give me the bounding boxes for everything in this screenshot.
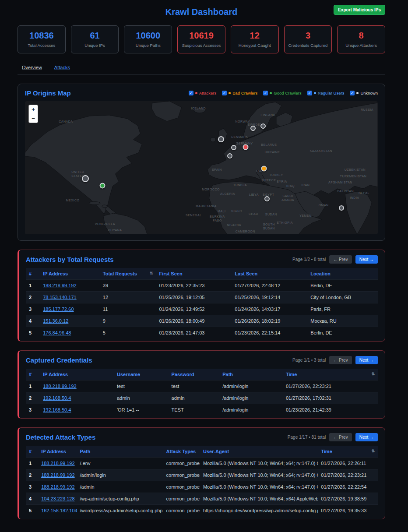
cell: 01/24/2026, 13:49:52 xyxy=(156,303,232,315)
map-marker-unknown[interactable] xyxy=(218,136,224,142)
cell: 01/23/2026, 21:42:39 xyxy=(283,404,378,416)
cell: 01/27/2026, 22:48:12 xyxy=(232,280,307,292)
prev-page-button[interactable]: ← Prev xyxy=(329,356,352,364)
cell: City of London, GB xyxy=(307,292,378,303)
ip-link[interactable]: 162.158.182.104 xyxy=(41,508,77,513)
ip-link[interactable]: 192.168.50.4 xyxy=(43,395,71,401)
stat-card: 10619Suspicious Accesses xyxy=(177,25,225,53)
stat-card: 61Unique IPs xyxy=(71,25,119,53)
ip-link[interactable]: 188.218.99.192 xyxy=(43,384,76,389)
legend-item: ✓Regular Users xyxy=(307,91,345,95)
stat-label: Unique Paths xyxy=(126,43,170,48)
column-header: IP Address xyxy=(40,369,114,381)
column-header: IP Address xyxy=(40,268,100,280)
table-row: 2192.168.50.4adminadmin/admin/login01/27… xyxy=(26,392,378,404)
ip-link[interactable]: 185.177.72.60 xyxy=(43,307,74,312)
next-page-button[interactable]: Next → xyxy=(355,255,378,264)
stat-card: 8Unique Attackers xyxy=(337,25,385,53)
legend-checkbox[interactable]: ✓ xyxy=(189,91,193,95)
cell: /admin/login xyxy=(219,404,283,416)
table-row: 3192.168.50.4'OR 1=1 --TEST/admin/login0… xyxy=(26,404,378,416)
column-header: # xyxy=(26,369,40,381)
table-row: 3185.177.72.601101/24/2026, 13:49:5201/2… xyxy=(26,303,378,315)
prev-page-button[interactable]: ← Prev xyxy=(329,433,352,441)
cell: 01/25/2026, 19:12:05 xyxy=(156,292,232,303)
cell: 188.218.99.192 xyxy=(38,469,77,481)
column-header[interactable]: Time⇅ xyxy=(318,446,378,458)
map-marker-unknown[interactable] xyxy=(339,205,344,211)
column-header[interactable]: Total Requests⇅ xyxy=(100,268,156,280)
map-marker-attacker[interactable] xyxy=(243,144,249,150)
cell: 01/25/2026, 19:12:14 xyxy=(232,292,307,303)
cell: 01/27/2026, 19:38:59 xyxy=(318,493,378,505)
prev-page-button[interactable]: ← Prev xyxy=(329,255,352,264)
map-marker-good[interactable] xyxy=(99,183,105,189)
legend-checkbox[interactable]: ✓ xyxy=(307,91,312,95)
stat-card: 10600Unique Paths xyxy=(124,25,172,53)
cell: 01/27/2026, 22:26:11 xyxy=(318,458,378,469)
map-marker-unknown[interactable] xyxy=(250,126,256,131)
tab-overview[interactable]: Overview xyxy=(22,65,42,70)
ip-link[interactable]: 188.218.99.192 xyxy=(41,484,74,490)
cell: 2 xyxy=(26,392,40,404)
ip-link[interactable]: 104.23.223.128 xyxy=(41,496,74,501)
next-page-button[interactable]: Next → xyxy=(355,433,378,441)
legend-checkbox[interactable]: ✓ xyxy=(263,91,268,95)
legend-checkbox[interactable]: ✓ xyxy=(350,91,355,95)
sort-icon[interactable]: ⇅ xyxy=(371,449,375,453)
legend-dot-icon xyxy=(270,92,272,94)
stat-label: Credentials Captured xyxy=(286,43,330,48)
pagination-info: Page 1/2 • 8 total xyxy=(292,257,326,262)
stat-value: 3 xyxy=(286,31,330,41)
map-marker-unknown[interactable] xyxy=(227,153,232,159)
tab-attacks[interactable]: Attacks xyxy=(54,65,70,70)
export-malicious-ips-button[interactable]: Export Malicious IPs xyxy=(334,5,385,15)
legend-label: Bad Crawlers xyxy=(232,91,257,95)
legend-label: Good Crawlers xyxy=(274,91,301,95)
cell: 151.36.0.12 xyxy=(40,315,100,327)
pagination: Page 1/17 • 81 total ← Prev Next → xyxy=(288,433,378,441)
cell: Mozilla/5.0 (Windows NT 10.0; Win64; x64… xyxy=(200,493,318,505)
world-map[interactable]: ICELANDRUSSIAFINLANDNORWAYSWEDENCANADADE… xyxy=(25,101,378,234)
section-header: Detected Attack Types Page 1/17 • 81 tot… xyxy=(26,433,378,441)
cell: 01/26/2026, 18:02:19 xyxy=(232,315,307,327)
legend-checkbox[interactable]: ✓ xyxy=(222,91,227,95)
ip-link[interactable]: 188.218.99.192 xyxy=(41,461,74,466)
cell: 185.177.72.60 xyxy=(40,303,100,315)
map-marker-bad[interactable] xyxy=(261,166,267,172)
map-marker-unknown[interactable] xyxy=(231,145,236,150)
map-marker-unknown[interactable] xyxy=(264,196,270,201)
column-header: First Seen xyxy=(156,268,232,280)
table-row: 1188.218.99.1923901/23/2026, 22:35:2301/… xyxy=(26,280,378,292)
pagination: Page 1/2 • 8 total ← Prev Next → xyxy=(292,255,378,264)
legend-item: ✓Good Crawlers xyxy=(263,91,301,95)
ip-link[interactable]: 192.168.50.4 xyxy=(43,407,71,412)
table-row: 4104.23.223.128/wp-admin/setup-config.ph… xyxy=(26,493,378,505)
cell: 11 xyxy=(100,303,156,315)
table-row: 5162.158.182.104/wordpress/wp-admin/setu… xyxy=(26,505,378,517)
next-page-button[interactable]: Next → xyxy=(355,356,378,364)
table-row: 278.153.140.1711201/25/2026, 19:12:0501/… xyxy=(26,292,378,303)
ip-link[interactable]: 188.218.99.192 xyxy=(41,472,74,478)
sort-icon[interactable]: ⇅ xyxy=(150,271,153,275)
map-marker-unknown[interactable] xyxy=(82,175,89,182)
stat-card: 10836Total Accesses xyxy=(18,25,66,53)
table-row: 5176.84.96.48501/23/2026, 21:47:0301/23/… xyxy=(26,327,378,339)
cell: /.env xyxy=(77,458,163,469)
ip-link[interactable]: 78.153.140.171 xyxy=(43,295,76,300)
legend-label: Unknown xyxy=(360,91,378,95)
pagination-info: Page 1/1 • 3 total xyxy=(292,358,326,363)
cell: common_probes xyxy=(163,505,200,517)
map-marker-unknown[interactable] xyxy=(260,123,266,129)
column-header[interactable]: Time⇅ xyxy=(283,369,378,381)
ip-link[interactable]: 188.218.99.192 xyxy=(43,283,76,288)
zoom-out-button[interactable]: − xyxy=(29,114,38,123)
sort-icon[interactable]: ⇅ xyxy=(371,372,375,376)
cell: 192.168.50.4 xyxy=(40,404,114,416)
detected-attack-types-section: Detected Attack Types Page 1/17 • 81 tot… xyxy=(18,427,385,519)
ip-link[interactable]: 151.36.0.12 xyxy=(43,318,68,324)
tabs: OverviewAttacks xyxy=(18,65,385,75)
legend-item: ✓Attackers xyxy=(189,91,217,95)
ip-link[interactable]: 176.84.96.48 xyxy=(43,330,71,335)
zoom-in-button[interactable]: + xyxy=(29,105,38,114)
